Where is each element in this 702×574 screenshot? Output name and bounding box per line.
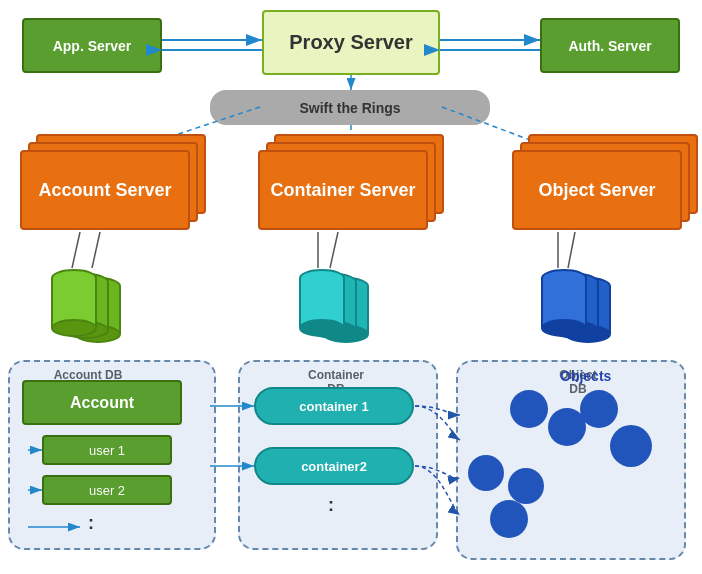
app-server-label: App. Server: [53, 38, 132, 54]
account-server-block: Account Server: [20, 150, 190, 230]
diagram: { "appServer": { "label": "App. Server" …: [0, 0, 702, 574]
proxy-server-label: Proxy Server: [289, 31, 412, 54]
account-server-stack: Account Server: [20, 150, 190, 230]
account-label: Account: [70, 394, 134, 412]
dots-container: :: [328, 495, 334, 516]
container2-label: container2: [301, 459, 367, 474]
user1-box: user 1: [42, 435, 172, 465]
account-label-box: Account: [22, 380, 182, 425]
svg-line-59: [330, 232, 338, 268]
object-server-label: Object Server: [538, 180, 655, 201]
swift-rings-label: Swift the Rings: [299, 100, 400, 116]
svg-point-14: [52, 320, 96, 336]
objects-label: Objects: [560, 368, 611, 384]
svg-point-44: [542, 320, 586, 336]
container1-box: container 1: [254, 387, 414, 425]
container2-box: container2: [254, 447, 414, 485]
object-circle-4: [610, 425, 652, 467]
swift-rings-banner: Swift the Rings: [210, 90, 490, 125]
container-server-label: Container Server: [270, 180, 415, 201]
object-circle-5: [468, 455, 504, 491]
proxy-server: Proxy Server: [262, 10, 440, 75]
app-server: App. Server: [22, 18, 162, 73]
svg-line-56: [72, 232, 80, 268]
object-db-svg: [528, 268, 628, 368]
container-server-stack: Container Server: [258, 150, 428, 230]
container-db-svg: [286, 268, 386, 368]
auth-server: Auth. Server: [540, 18, 680, 73]
object-circle-6: [508, 468, 544, 504]
svg-point-29: [300, 320, 344, 336]
account-db-svg: [38, 268, 138, 368]
dots-account: :: [88, 513, 94, 534]
account-server-label: Account Server: [38, 180, 171, 201]
svg-line-61: [568, 232, 575, 268]
object-circle-3: [580, 390, 618, 428]
svg-line-57: [92, 232, 100, 268]
container1-label: container 1: [299, 399, 368, 414]
object-server-block: Object Server: [512, 150, 682, 230]
object-server-stack: Object Server: [512, 150, 682, 230]
object-circle-1: [510, 390, 548, 428]
user1-label: user 1: [89, 443, 125, 458]
container-server-block: Container Server: [258, 150, 428, 230]
object-circle-7: [490, 500, 528, 538]
auth-server-label: Auth. Server: [568, 38, 651, 54]
user2-label: user 2: [89, 483, 125, 498]
user2-box: user 2: [42, 475, 172, 505]
